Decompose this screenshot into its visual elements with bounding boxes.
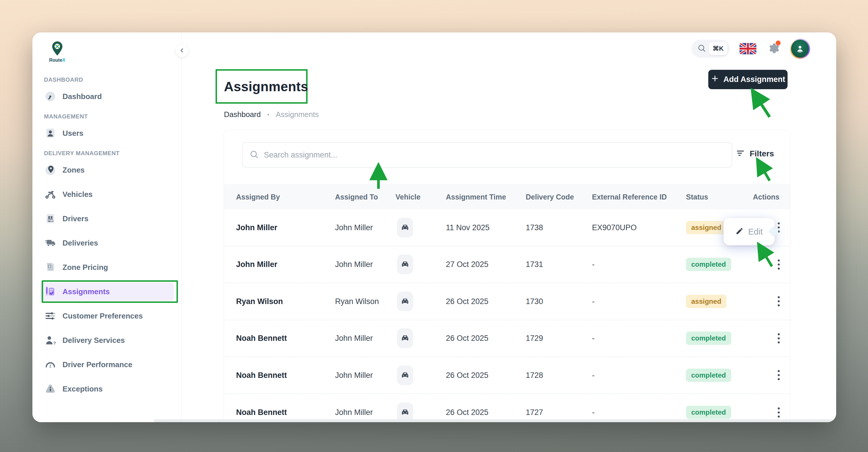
global-search-button[interactable]: ⌘K [691, 40, 730, 58]
language-flag-uk[interactable] [740, 43, 756, 54]
assigned-by: Noah Bennett [236, 371, 287, 379]
map-pin-icon [44, 164, 57, 176]
search-assignment-input[interactable] [263, 150, 725, 160]
col-actions: Actions [753, 193, 779, 201]
sidebar-item-label: Assignments [62, 287, 110, 296]
assigned-to: John Miller [335, 334, 373, 343]
search-icon [697, 44, 706, 54]
assigned-to: John Miller [335, 408, 373, 417]
warning-info-icon [44, 383, 57, 395]
external-reference: - [592, 371, 595, 379]
sidebar-item-label: Vehicles [62, 190, 93, 199]
horizontal-scrollbar[interactable] [154, 419, 836, 422]
col-status: Status [686, 193, 708, 201]
status-badge: completed [686, 369, 731, 382]
car-icon [397, 255, 413, 274]
table-row[interactable]: Ryan Wilson Ryan Wilson 26 Oct 2025 1730… [224, 283, 790, 320]
sidebar-item-assignments[interactable]: Assignments [40, 282, 174, 301]
assignment-time: 11 Nov 2025 [446, 223, 490, 232]
sidebar: RouteX DASHBOARD Dashboard MANAGEMENT Us… [32, 32, 182, 422]
status-badge: assigned [686, 221, 726, 234]
assigned-to: Ryan Wilson [335, 297, 379, 306]
sidebar-item-zones[interactable]: Zones [40, 161, 174, 179]
sidebar-item-dashboard[interactable]: Dashboard [40, 87, 174, 106]
assignment-time: 26 Oct 2025 [446, 334, 488, 343]
sidebar-item-deliveries[interactable]: Deliveries [40, 234, 174, 252]
brand-logo[interactable]: RouteX [40, 41, 75, 66]
car-icon [397, 218, 413, 237]
sidebar-item-vehicles[interactable]: Vehicles [40, 185, 174, 203]
assigned-by: Ryan Wilson [236, 297, 283, 306]
row-actions-menu-button[interactable] [773, 293, 784, 310]
receipt-dollar-icon: $ [44, 261, 57, 274]
filters-button[interactable]: Filters [736, 148, 774, 159]
table-row[interactable]: Noah Bennett John Miller 26 Oct 2025 172… [224, 394, 790, 422]
sidebar-item-label: Customer Preferences [62, 312, 143, 320]
car-icon [397, 291, 413, 311]
edit-action-popover[interactable]: Edit [724, 218, 775, 245]
table-row[interactable]: John Miller John Miller 27 Oct 2025 1731… [224, 247, 790, 283]
person-question-icon: ? [44, 334, 57, 347]
table-header: Assigned By Assigned To Vehicle Assignme… [224, 184, 790, 209]
collapse-sidebar-button[interactable] [175, 44, 189, 57]
sidebar-item-driver-performance[interactable]: Driver Performance [40, 355, 174, 374]
status-badge: completed [686, 406, 731, 419]
filter-lines-icon [736, 148, 745, 159]
external-reference: - [592, 297, 595, 306]
sidebar-item-label: Zone Pricing [62, 263, 108, 272]
external-reference: - [592, 260, 595, 269]
sidebar-item-label: Dashboard [62, 92, 102, 101]
breadcrumb-dashboard-link[interactable]: Dashboard [224, 110, 261, 119]
status-badge: completed [686, 258, 731, 271]
external-reference: EX9070UPO [592, 223, 637, 232]
delivery-code: 1728 [526, 371, 543, 379]
shortcut-badge: ⌘K [709, 42, 727, 55]
row-actions-menu-button[interactable] [773, 404, 784, 421]
row-actions-menu-button[interactable] [773, 330, 784, 347]
sidebar-item-delivery-services[interactable]: ? Delivery Services [40, 331, 174, 349]
assigned-by: Noah Bennett [236, 334, 287, 343]
row-actions-menu-button[interactable] [773, 367, 784, 384]
table-row[interactable]: Noah Bennett John Miller 26 Oct 2025 172… [224, 320, 790, 357]
user-menu-button[interactable] [790, 38, 810, 59]
assigned-to: John Miller [335, 260, 373, 269]
sidebar-section-delivery-management: DELIVERY MANAGEMENT [44, 150, 174, 157]
scooter-icon [44, 188, 57, 201]
sidebar-item-zone-pricing[interactable]: $ Zone Pricing [40, 258, 174, 277]
table-search [242, 142, 732, 168]
annotation-box-assignments [42, 280, 178, 303]
sidebar-item-customer-preferences[interactable]: Customer Preferences [40, 307, 174, 325]
col-assigned-by: Assigned By [236, 193, 280, 201]
sidebar-section-management: MANAGEMENT [44, 113, 174, 120]
row-actions-menu-button[interactable] [773, 256, 784, 273]
screenshot-canvas: RouteX DASHBOARD Dashboard MANAGEMENT Us… [0, 0, 868, 452]
sidebar-item-users[interactable]: Users [40, 124, 174, 142]
assignments-table-card: Filters Assigned By Assigned To Vehicle … [224, 130, 790, 422]
truck-icon [44, 236, 57, 249]
add-assignment-button[interactable]: Add Assignment [708, 70, 787, 89]
avatar [791, 40, 809, 58]
sidebar-item-drivers[interactable]: Drivers [40, 209, 174, 228]
sidebar-item-exceptions[interactable]: Exceptions [40, 379, 174, 398]
breadcrumb-current: Assignments [276, 110, 319, 119]
app-window: RouteX DASHBOARD Dashboard MANAGEMENT Us… [32, 32, 836, 422]
assignment-time: 26 Oct 2025 [446, 371, 488, 379]
external-reference: - [592, 408, 595, 417]
col-assignment-time: Assignment Time [446, 193, 506, 201]
chevron-left-icon [179, 47, 185, 54]
delivery-code: 1731 [526, 260, 543, 269]
sidebar-item-label: Deliveries [62, 238, 98, 248]
sidebar-item-label: Delivery Services [62, 336, 125, 345]
assignment-clipboard-icon [44, 285, 57, 298]
col-vehicle: Vehicle [396, 193, 421, 201]
delivery-code: 1727 [526, 408, 543, 417]
status-badge: completed [686, 332, 731, 345]
assigned-by: John Miller [236, 223, 277, 232]
sliders-icon [44, 310, 57, 322]
settings-button[interactable] [766, 42, 780, 56]
table-row[interactable]: Noah Bennett John Miller 26 Oct 2025 172… [224, 357, 790, 394]
svg-text:?: ? [53, 341, 56, 345]
table-row[interactable]: John Miller John Miller 11 Nov 2025 1738… [224, 209, 790, 247]
map-pin-logo-icon [51, 41, 64, 57]
svg-text:$: $ [49, 265, 50, 268]
